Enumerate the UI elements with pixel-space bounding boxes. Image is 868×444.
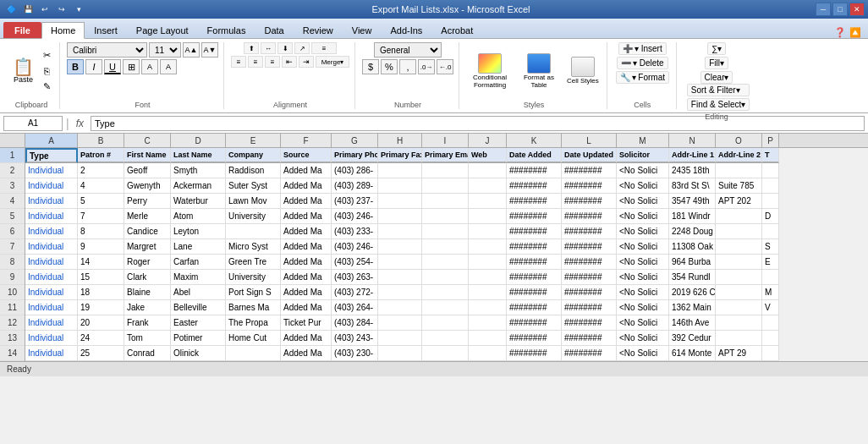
clear-btn[interactable]: Clear▾ — [700, 71, 733, 84]
cell[interactable]: ######## — [562, 315, 617, 331]
tab-pagelayout[interactable]: Page Layout — [127, 22, 198, 38]
cell[interactable]: 3547 49th — [669, 194, 716, 209]
col-header-A[interactable]: A — [25, 134, 78, 147]
cell[interactable]: 9 — [78, 239, 124, 255]
row-num-14[interactable]: 14 — [0, 346, 25, 361]
cell[interactable] — [422, 178, 469, 194]
col-header-B[interactable]: B — [78, 134, 124, 147]
cell[interactable]: 964 Burba — [669, 255, 716, 270]
percent-btn[interactable]: % — [381, 59, 398, 74]
underline-btn[interactable]: U — [104, 59, 121, 74]
row-num-10[interactable]: 10 — [0, 285, 25, 300]
cell[interactable]: V — [762, 300, 779, 315]
cell[interactable]: 2435 18th — [669, 163, 716, 178]
col-header-P[interactable]: P — [762, 134, 779, 147]
dollar-btn[interactable]: $ — [362, 59, 379, 74]
cell[interactable]: ######## — [562, 300, 617, 315]
row-num-9[interactable]: 9 — [0, 270, 25, 285]
col-header-K[interactable]: K — [507, 134, 562, 147]
cell[interactable]: Roger — [124, 255, 171, 270]
cell-P1[interactable]: T — [762, 148, 779, 163]
row-num-2[interactable]: 2 — [0, 163, 25, 178]
cell[interactable]: 146th Ave — [669, 315, 716, 331]
cell[interactable]: Individual — [25, 346, 78, 361]
cell[interactable] — [469, 209, 507, 224]
cell[interactable]: ######## — [562, 209, 617, 224]
close-btn[interactable]: ✕ — [849, 3, 865, 16]
align-middle-btn[interactable]: ↔ — [261, 42, 276, 54]
row-num-1[interactable]: 1 — [0, 148, 25, 163]
border-btn[interactable]: ⊞ — [123, 59, 140, 74]
cell[interactable] — [422, 255, 469, 270]
cell-G1[interactable]: Primary Phone — [332, 148, 378, 163]
cell[interactable]: ######## — [562, 224, 617, 239]
cell-F1[interactable]: Source — [281, 148, 332, 163]
cell[interactable]: Blaine — [124, 285, 171, 300]
cell[interactable]: Green Tre — [226, 255, 281, 270]
cell[interactable] — [422, 300, 469, 315]
cell[interactable] — [716, 300, 762, 315]
insert-cells-btn[interactable]: ➕ ▾ Insert — [618, 42, 667, 55]
cell-E1[interactable]: Company — [226, 148, 281, 163]
cell[interactable]: Home Cut — [226, 331, 281, 346]
cell[interactable]: 20 — [78, 315, 124, 331]
cell[interactable] — [469, 224, 507, 239]
minimize-btn[interactable]: ─ — [816, 3, 831, 16]
cell[interactable]: <No Solici — [617, 239, 669, 255]
cell[interactable]: Atom — [171, 209, 226, 224]
cell[interactable]: 15 — [78, 270, 124, 285]
cell[interactable]: (403) 233- — [332, 224, 378, 239]
col-header-L[interactable]: L — [562, 134, 617, 147]
cell[interactable]: 24 — [78, 331, 124, 346]
cell[interactable]: 11308 Oak — [669, 239, 716, 255]
cell-J1[interactable]: Web — [469, 148, 507, 163]
fill-btn[interactable]: Fill▾ — [705, 57, 728, 69]
cell[interactable]: ######## — [562, 285, 617, 300]
cell[interactable]: 83rd St S\ — [669, 178, 716, 194]
cell[interactable]: Added Ma — [281, 255, 332, 270]
cell[interactable]: APT 202 — [716, 194, 762, 209]
cell[interactable]: 4 — [78, 178, 124, 194]
quick-access-more[interactable]: ▾ — [71, 3, 86, 16]
cell[interactable]: ######## — [507, 300, 562, 315]
cell[interactable]: ######## — [507, 285, 562, 300]
cell-I1[interactable]: Primary Email — [422, 148, 469, 163]
cell[interactable]: (403) 284- — [332, 315, 378, 331]
cell[interactable]: Merle — [124, 209, 171, 224]
cell[interactable]: Added Ma — [281, 300, 332, 315]
paste-btn[interactable]: 📋 Paste — [8, 56, 38, 86]
row-num-12[interactable]: 12 — [0, 315, 25, 331]
cell[interactable]: ######## — [562, 331, 617, 346]
cell[interactable]: Maxim — [171, 270, 226, 285]
name-box[interactable] — [3, 116, 63, 131]
font-family-select[interactable]: Calibri — [67, 42, 147, 58]
cell[interactable]: University — [226, 209, 281, 224]
cell[interactable]: ######## — [507, 270, 562, 285]
cell[interactable]: ######## — [507, 331, 562, 346]
cell[interactable]: ######## — [562, 255, 617, 270]
cell[interactable] — [378, 163, 422, 178]
cell[interactable]: <No Solici — [617, 224, 669, 239]
row-num-3[interactable]: 3 — [0, 178, 25, 194]
inc-decimal-btn[interactable]: .0→ — [418, 59, 435, 74]
cell[interactable]: Port Sign S — [226, 285, 281, 300]
format-cells-btn[interactable]: 🔧 ▾ Format — [616, 71, 669, 84]
col-header-C[interactable]: C — [124, 134, 171, 147]
indent-increase-btn[interactable]: ⇥ — [299, 56, 314, 68]
cell[interactable]: Suite 785 — [716, 178, 762, 194]
cell[interactable]: <No Solici — [617, 270, 669, 285]
cell[interactable] — [469, 331, 507, 346]
cell[interactable]: Individual — [25, 163, 78, 178]
cell[interactable]: S — [762, 239, 779, 255]
cell[interactable]: Individual — [25, 270, 78, 285]
cell[interactable]: Margret — [124, 239, 171, 255]
cell[interactable] — [716, 224, 762, 239]
undo-btn[interactable]: ↩ — [37, 3, 52, 16]
row-num-6[interactable]: 6 — [0, 224, 25, 239]
tab-data[interactable]: Data — [255, 22, 293, 38]
cell[interactable]: 19 — [78, 300, 124, 315]
cell[interactable]: Individual — [25, 331, 78, 346]
cell[interactable] — [762, 224, 779, 239]
cell[interactable]: <No Solici — [617, 255, 669, 270]
cell[interactable] — [422, 209, 469, 224]
